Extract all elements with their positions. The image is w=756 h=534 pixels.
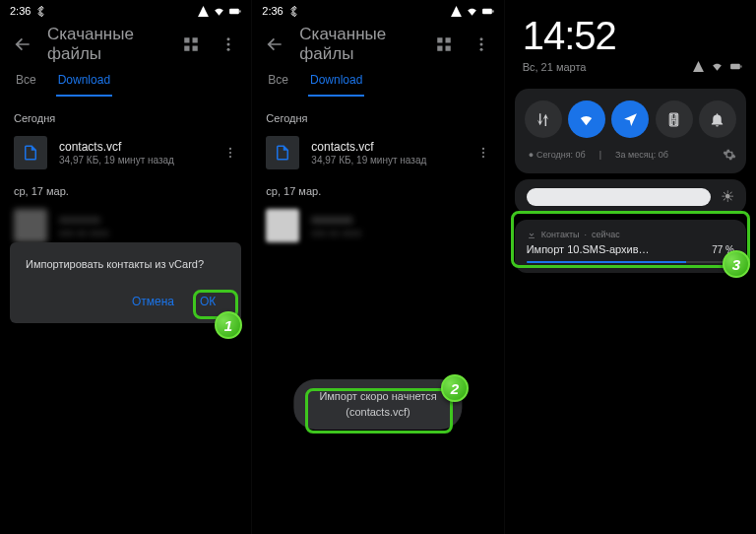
counter-today: ● Сегодня: 0б bbox=[529, 150, 586, 160]
header-title: Скачанные файлы bbox=[293, 25, 424, 64]
file-row[interactable]: contacts.vcf 34,97 КБ, 19 минут назад bbox=[0, 130, 251, 175]
file-more-button[interactable] bbox=[469, 138, 498, 167]
svg-rect-5 bbox=[193, 46, 198, 51]
svg-point-8 bbox=[227, 48, 230, 51]
file-icon bbox=[14, 209, 47, 242]
battery-icon bbox=[228, 5, 241, 18]
svg-rect-15 bbox=[445, 37, 450, 42]
counter-month: За месяц: 0б bbox=[615, 150, 668, 160]
tab-download[interactable]: Download bbox=[308, 67, 364, 97]
qs-data-toggle[interactable] bbox=[525, 100, 562, 138]
svg-rect-25 bbox=[740, 65, 741, 67]
quick-settings: ● Сегодня: 0б | За месяц: 0б bbox=[515, 89, 746, 173]
app-header: Скачанные файлы bbox=[0, 22, 251, 67]
back-button[interactable] bbox=[256, 26, 293, 63]
qs-power-toggle[interactable] bbox=[656, 100, 693, 138]
file-row-blurred[interactable]: xxxxxxxxxx xx xxxx bbox=[252, 203, 503, 248]
status-bar: 2:36 bbox=[252, 0, 503, 22]
grid-view-button[interactable] bbox=[172, 26, 210, 63]
bluetooth-icon bbox=[287, 5, 300, 18]
section-today: Сегодня bbox=[252, 102, 503, 130]
qs-location-toggle[interactable] bbox=[611, 100, 649, 138]
download-icon bbox=[527, 230, 536, 239]
bluetooth-icon bbox=[34, 5, 47, 18]
sun-icon: ☀ bbox=[721, 187, 734, 206]
qs-bell-toggle[interactable] bbox=[699, 100, 736, 138]
progress-bar bbox=[527, 261, 734, 263]
dialog-message: Импортировать контакты из vCard? bbox=[26, 258, 225, 270]
svg-point-20 bbox=[479, 48, 482, 51]
status-time: 2:36 bbox=[262, 5, 283, 17]
qs-wifi-toggle[interactable] bbox=[568, 100, 605, 138]
tab-all[interactable]: Все bbox=[14, 67, 38, 97]
file-more-button[interactable] bbox=[216, 138, 245, 167]
signal-icon bbox=[450, 5, 463, 18]
notif-title: Импорт 10.SMS-архив… bbox=[527, 243, 650, 255]
svg-rect-13 bbox=[492, 10, 493, 12]
file-icon bbox=[266, 209, 299, 242]
svg-point-18 bbox=[479, 37, 482, 40]
tab-all[interactable]: Все bbox=[266, 67, 290, 97]
svg-rect-24 bbox=[730, 64, 740, 69]
svg-rect-17 bbox=[445, 46, 450, 51]
file-row[interactable]: contacts.vcf 34,97 КБ, 19 минут назад bbox=[252, 130, 503, 175]
wifi-icon bbox=[213, 5, 225, 18]
file-icon bbox=[14, 136, 47, 169]
svg-rect-12 bbox=[482, 8, 492, 13]
svg-rect-1 bbox=[240, 10, 241, 12]
file-meta: 34,97 КБ, 19 минут назад bbox=[59, 155, 216, 166]
wifi-icon bbox=[711, 60, 724, 73]
more-button[interactable] bbox=[210, 26, 247, 63]
svg-point-7 bbox=[227, 43, 230, 46]
wifi-icon bbox=[466, 5, 478, 18]
tabs: Все Download bbox=[252, 67, 503, 102]
ok-button[interactable]: ОК bbox=[190, 288, 225, 315]
svg-point-6 bbox=[227, 37, 230, 40]
file-meta: 34,97 КБ, 19 минут назад bbox=[311, 155, 468, 166]
svg-point-23 bbox=[482, 156, 484, 158]
brightness-slider[interactable]: ☀ bbox=[515, 179, 746, 214]
status-time: 2:36 bbox=[10, 5, 31, 17]
status-bar: 2:36 bbox=[0, 0, 251, 22]
header-title: Скачанные файлы bbox=[41, 25, 172, 64]
cancel-button[interactable]: Отмена bbox=[122, 288, 184, 315]
file-icon bbox=[266, 136, 299, 169]
svg-point-21 bbox=[482, 148, 484, 150]
svg-rect-14 bbox=[437, 37, 442, 42]
tabs: Все Download bbox=[0, 67, 251, 102]
back-button[interactable] bbox=[4, 26, 41, 63]
svg-point-19 bbox=[479, 43, 482, 46]
svg-point-9 bbox=[229, 148, 231, 150]
shade-time: 14:52 bbox=[505, 0, 756, 58]
badge-2: 2 bbox=[441, 374, 469, 402]
import-dialog: Импортировать контакты из vCard? Отмена … bbox=[10, 242, 241, 323]
svg-point-10 bbox=[229, 152, 231, 154]
svg-rect-16 bbox=[437, 46, 442, 51]
section-date: ср, 17 мар. bbox=[252, 175, 503, 203]
file-name: contacts.vcf bbox=[311, 140, 468, 154]
badge-3: 3 bbox=[723, 250, 750, 278]
grid-view-button[interactable] bbox=[425, 26, 463, 63]
battery-icon bbox=[481, 5, 494, 18]
section-today: Сегодня bbox=[0, 102, 251, 130]
svg-rect-3 bbox=[193, 37, 198, 42]
battery-icon bbox=[729, 60, 742, 73]
shade-date: Вс, 21 марта bbox=[523, 61, 587, 73]
signal-icon bbox=[197, 5, 210, 18]
svg-point-11 bbox=[229, 156, 231, 158]
badge-1: 1 bbox=[215, 311, 242, 339]
svg-rect-0 bbox=[229, 8, 239, 13]
more-button[interactable] bbox=[463, 26, 500, 63]
section-date: ср, 17 мар. bbox=[0, 175, 251, 203]
app-header: Скачанные файлы bbox=[252, 22, 503, 67]
svg-rect-2 bbox=[185, 37, 190, 42]
toast-import: Импорт скоро начнется (contacts.vcf) bbox=[293, 379, 462, 430]
notification-import[interactable]: Контакты · сейчас Импорт 10.SMS-архив… 7… bbox=[515, 220, 746, 273]
file-name: contacts.vcf bbox=[59, 140, 216, 154]
signal-icon bbox=[692, 60, 705, 73]
gear-icon[interactable] bbox=[723, 148, 736, 162]
tab-download[interactable]: Download bbox=[56, 67, 112, 97]
svg-rect-4 bbox=[185, 46, 190, 51]
svg-point-22 bbox=[482, 152, 484, 154]
